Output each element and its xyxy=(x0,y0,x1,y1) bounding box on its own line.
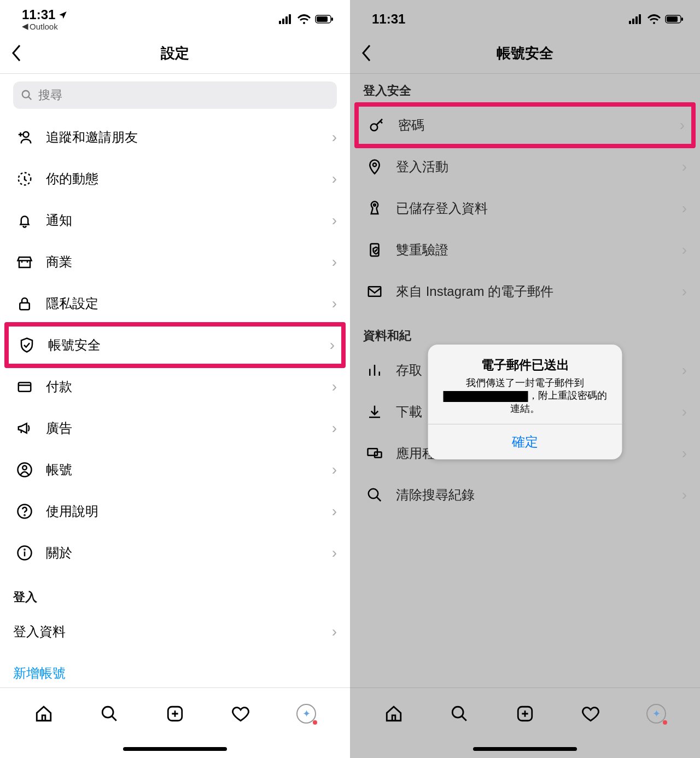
home-indicator xyxy=(0,739,350,758)
status-right-icons xyxy=(629,14,684,24)
svg-rect-5 xyxy=(317,16,328,22)
chevron-right-icon: › xyxy=(332,129,337,146)
alert-ok-button[interactable]: 確定 xyxy=(428,424,622,459)
nav-profile[interactable]: ✦ xyxy=(644,702,668,726)
svg-point-13 xyxy=(22,466,27,470)
nav-home[interactable] xyxy=(382,702,406,726)
row-label: 使用說明 xyxy=(46,503,332,520)
svg-rect-21 xyxy=(632,19,634,24)
chevron-right-icon: › xyxy=(682,445,687,462)
chevron-right-icon: › xyxy=(332,544,337,562)
back-button[interactable] xyxy=(361,44,372,62)
status-bar: 11:31 ◀ Outlook xyxy=(0,0,350,33)
row-ads[interactable]: 廣告 › xyxy=(0,407,350,449)
2fa-icon xyxy=(363,242,386,258)
svg-point-28 xyxy=(373,163,376,166)
search-icon xyxy=(21,89,33,101)
row-label: 登入資料 xyxy=(13,623,332,640)
row-2fa[interactable]: 雙重驗證 › xyxy=(350,229,700,271)
row-add-account[interactable]: 新增帳號 xyxy=(0,652,350,687)
svg-point-34 xyxy=(369,489,378,499)
nav-activity[interactable] xyxy=(229,702,253,726)
email-sent-alert: 電子郵件已送出 我們傳送了一封電子郵件到 ，附上重設密碼的連結。 確定 xyxy=(428,345,622,459)
svg-rect-31 xyxy=(369,287,381,296)
row-label: 廣告 xyxy=(46,419,332,437)
svg-rect-11 xyxy=(19,383,31,392)
back-button[interactable] xyxy=(11,44,22,62)
chevron-right-icon: › xyxy=(332,212,337,229)
row-payments[interactable]: 付款 › xyxy=(0,366,350,407)
help-icon xyxy=(13,503,36,520)
chevron-right-icon: › xyxy=(682,241,687,259)
row-emails[interactable]: 來自 Instagram 的電子郵件 › xyxy=(350,271,700,312)
chevron-right-icon: › xyxy=(682,200,687,217)
svg-rect-23 xyxy=(639,14,641,24)
row-help[interactable]: 使用說明 › xyxy=(0,491,350,532)
lock-icon xyxy=(13,295,36,312)
row-follow-invite[interactable]: 追蹤和邀請朋友 › xyxy=(0,116,350,158)
nav-title: 帳號安全 xyxy=(350,44,700,63)
row-notifications[interactable]: 通知 › xyxy=(0,200,350,241)
avatar-icon: ✦ xyxy=(296,704,316,724)
search-input[interactable] xyxy=(38,88,329,102)
svg-rect-22 xyxy=(635,16,638,24)
nav-search[interactable] xyxy=(97,702,121,726)
alert-message: 我們傳送了一封電子郵件到 ，附上重設密碼的連結。 xyxy=(439,377,611,415)
login-security-section: 登入安全 xyxy=(350,74,700,104)
row-about[interactable]: 關於 › xyxy=(0,532,350,574)
svg-rect-1 xyxy=(282,19,284,24)
row-label: 付款 xyxy=(46,378,332,395)
row-privacy[interactable]: 隱私設定 › xyxy=(0,283,350,324)
nav-add[interactable] xyxy=(513,702,537,726)
nav-add[interactable] xyxy=(163,702,187,726)
row-security[interactable]: 帳號安全 › xyxy=(4,322,346,368)
bottom-nav: ✦ xyxy=(0,687,350,739)
svg-point-35 xyxy=(452,707,463,718)
bars-icon xyxy=(363,362,386,378)
svg-rect-10 xyxy=(20,303,30,310)
nav-search[interactable] xyxy=(447,702,471,726)
alert-title: 電子郵件已送出 xyxy=(439,357,611,374)
row-login-info[interactable]: 登入資料 › xyxy=(0,611,350,652)
row-account[interactable]: 帳號 › xyxy=(0,449,350,491)
search-icon xyxy=(363,487,386,503)
nav-home[interactable] xyxy=(32,702,56,726)
row-password[interactable]: 密碼 › xyxy=(354,102,696,148)
nav-title: 設定 xyxy=(0,44,350,63)
row-label: 追蹤和邀請朋友 xyxy=(46,129,332,146)
row-saved-login[interactable]: 已儲存登入資料 › xyxy=(350,188,700,229)
activity-icon xyxy=(13,171,36,187)
nav-activity[interactable] xyxy=(579,702,603,726)
chevron-right-icon: › xyxy=(332,503,337,520)
row-business[interactable]: 商業 › xyxy=(0,241,350,283)
info-icon xyxy=(13,545,36,561)
nav-profile[interactable]: ✦ xyxy=(294,702,318,726)
bell-icon xyxy=(13,212,36,229)
svg-rect-0 xyxy=(279,21,281,24)
row-clear-search[interactable]: 清除搜尋紀錄 › xyxy=(350,474,700,516)
search-container xyxy=(0,74,350,116)
avatar-icon: ✦ xyxy=(646,704,666,724)
search-box[interactable] xyxy=(13,81,337,109)
chevron-right-icon: › xyxy=(332,623,337,640)
svg-rect-6 xyxy=(331,18,333,21)
row-label: 登入活動 xyxy=(396,158,682,176)
svg-point-29 xyxy=(374,204,376,206)
chevron-right-icon: › xyxy=(682,403,687,421)
svg-rect-26 xyxy=(681,18,683,21)
chevron-right-icon: › xyxy=(332,253,337,271)
svg-rect-25 xyxy=(667,16,678,22)
chevron-right-icon: › xyxy=(332,461,337,479)
row-label: 你的動態 xyxy=(46,170,332,188)
status-time: 11:31 xyxy=(372,11,405,27)
status-bar: 11:31 xyxy=(350,0,700,33)
back-to-app[interactable]: ◀ Outlook xyxy=(22,21,67,31)
chevron-right-icon: › xyxy=(682,158,687,176)
row-login-activity[interactable]: 登入活動 › xyxy=(350,146,700,188)
login-section-title: 登入 xyxy=(0,574,350,611)
key-icon xyxy=(365,117,388,133)
row-activity[interactable]: 你的動態 › xyxy=(0,158,350,200)
svg-point-15 xyxy=(24,515,25,515)
chevron-right-icon: › xyxy=(332,378,337,395)
row-label: 新增帳號 xyxy=(13,664,337,682)
